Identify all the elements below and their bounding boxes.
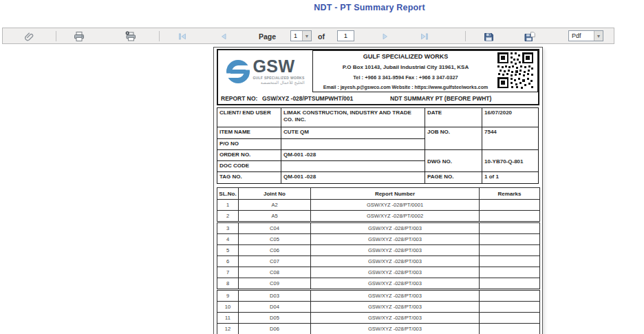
- client-info-table: CLIENT/ END USER LIMAK CONSTRUCTION, IND…: [217, 107, 539, 184]
- export-icon: [484, 32, 494, 42]
- remarks-cell: [480, 278, 540, 290]
- slno-cell: 5: [217, 245, 239, 256]
- logo-tagline-arabic: الخليج للأعمال المتخصصة: [253, 81, 304, 85]
- page-no-label: PAGE NO.: [425, 172, 482, 184]
- job-no-value: 7544: [482, 127, 539, 150]
- joint-no-cell: D04: [239, 302, 311, 313]
- chevron-down-icon: ▼: [594, 31, 603, 41]
- toolbar-separator: [159, 31, 160, 41]
- table-row: 9D03GSW/XYZ -028/PT/003: [217, 290, 540, 302]
- printer-settings-icon: [125, 31, 136, 42]
- report-number-cell: GSW/XYZ -028/PT/003: [311, 278, 480, 290]
- report-number-cell: GSW/XYZ -028/PT/003: [311, 313, 480, 324]
- logo-text-block: GSW GULF SPECIALIZED WORKS الخليج للأعما…: [253, 58, 304, 85]
- report-page: GSW GULF SPECIALIZED WORKS الخليج للأعما…: [213, 47, 543, 334]
- table-row: 5C06GSW/XYZ -028/PT/003: [217, 245, 540, 256]
- item-name-value: CUTE QM: [281, 127, 425, 139]
- col-report-number: Report Number: [311, 188, 480, 200]
- slno-cell: 9: [217, 290, 239, 302]
- report-number-cell: GSW/XYZ -028/PT/003: [311, 234, 480, 245]
- report-number-cell: GSW/XYZ -028/PT/003: [311, 324, 480, 334]
- slno-cell: 4: [217, 234, 239, 245]
- export-button[interactable]: [482, 30, 495, 43]
- print-setup-button[interactable]: [125, 30, 137, 43]
- remarks-cell: [480, 324, 540, 334]
- report-no-label: REPORT NO:: [221, 95, 257, 102]
- slno-cell: 8: [217, 278, 239, 290]
- toolbar: Page 1 ▼ of 1: [2, 28, 614, 44]
- page-select[interactable]: 1 ▼: [290, 30, 312, 41]
- col-remarks: Remarks: [480, 188, 540, 200]
- order-no-value: QM-001 -028: [281, 150, 425, 161]
- remarks-cell: [480, 234, 540, 245]
- slno-cell: 7: [217, 267, 239, 278]
- joints-table: SL.No. Joint No Report Number Remarks 1A…: [217, 187, 540, 334]
- remarks-cell: [480, 290, 540, 302]
- table-row: 2A5GSW/XYZ -028/PT/0002: [217, 211, 540, 222]
- po-no-value: [281, 139, 425, 150]
- table-row: 3C04GSW/XYZ -028/PT/003: [217, 222, 540, 234]
- print-button[interactable]: [73, 30, 85, 43]
- report-number-cell: GSW/XYZ -028/PT/003: [311, 245, 480, 256]
- joint-no-cell: D05: [239, 313, 311, 324]
- qr-code: [497, 52, 535, 92]
- page-count-box: 1: [337, 30, 354, 41]
- summary-title: NDT SUMMARY PT (BEFORE PWHT): [390, 95, 491, 102]
- slno-cell: 6: [217, 256, 239, 267]
- toolbar-separator: [56, 31, 56, 41]
- toggle-group-tree-button[interactable]: [23, 30, 36, 43]
- col-slno: SL.No.: [217, 188, 239, 200]
- last-page-button[interactable]: [418, 30, 431, 43]
- export-page-button[interactable]: [524, 30, 536, 43]
- date-value: 16/07/2020: [482, 108, 539, 127]
- report-number-cell: GSW/XYZ -028/PT/003: [311, 267, 480, 278]
- remarks-cell: [480, 211, 540, 222]
- of-label: of: [318, 32, 325, 41]
- client-value: LIMAK CONSTRUCTION, INDUSTRY AND TRADE C…: [281, 108, 425, 127]
- joints-table-body: 1A2GSW/XYZ -028/PT/00012A5GSW/XYZ -028/P…: [217, 200, 540, 334]
- gsw-logo-mark-icon: [226, 59, 250, 84]
- company-info-box: GULF SPECIALIZED WORKS P.O Box 10143, Ju…: [312, 50, 538, 92]
- report-number-cell: GSW/XYZ -028/PT/003: [311, 302, 480, 313]
- slno-cell: 10: [217, 302, 239, 313]
- next-page-icon: [380, 32, 390, 41]
- company-email-web: Email : jayesh.p@gswco.com Website : htt…: [316, 85, 495, 90]
- table-row: 12D06GSW/XYZ -028/PT/003: [217, 324, 540, 334]
- date-label: DATE: [425, 108, 482, 127]
- logo-text: GSW: [253, 58, 304, 75]
- printer-icon: [74, 31, 85, 42]
- export-current-page-icon: [524, 32, 535, 42]
- report-viewer-screen: NDT - PT Summary Report: [0, 0, 644, 334]
- order-no-label: ORDER NO.: [217, 150, 281, 161]
- report-number-cell: GSW/XYZ -028/PT/003: [311, 222, 480, 234]
- report-number-cell: GSW/XYZ -028/PT/003: [311, 290, 480, 302]
- job-no-label: JOB NO.: [425, 127, 482, 150]
- slno-cell: 3: [217, 222, 239, 234]
- format-select-value: Pdf: [569, 31, 594, 41]
- table-row: 4C05GSW/XYZ -028/PT/003: [217, 234, 540, 245]
- table-row: 10D04GSW/XYZ -028/PT/003: [217, 302, 540, 313]
- company-logo: GSW GULF SPECIALIZED WORKS الخليج للأعما…: [218, 50, 312, 92]
- table-header-row: SL.No. Joint No Report Number Remarks: [217, 188, 540, 200]
- report-header: GSW GULF SPECIALIZED WORKS الخليج للأعما…: [217, 49, 539, 105]
- client-label: CLIENT/ END USER: [217, 108, 281, 127]
- page-no-value: 1 of 1: [482, 172, 539, 184]
- first-page-button[interactable]: [176, 30, 189, 43]
- report-no-value: GSW/XYZ -028/PTSUMPWHT/001: [262, 95, 353, 102]
- remarks-cell: [480, 245, 540, 256]
- previous-page-icon: [219, 32, 228, 41]
- table-row: 11D05GSW/XYZ -028/PT/003: [217, 313, 540, 324]
- dwg-no-value: 10-YB70-Q-801: [482, 150, 539, 172]
- joint-no-cell: C06: [239, 245, 311, 256]
- doc-code-label: DOC CODE: [217, 161, 281, 172]
- item-name-label: ITEM NAME: [217, 127, 281, 139]
- company-address: P.O Box 10143, Jubail Industrial City 31…: [316, 64, 495, 70]
- previous-page-button[interactable]: [217, 30, 230, 43]
- report-number-cell: GSW/XYZ -028/PT/0001: [311, 200, 480, 211]
- table-row: 6C07GSW/XYZ -028/PT/003: [217, 256, 540, 267]
- joint-no-cell: C08: [239, 267, 311, 278]
- format-select[interactable]: Pdf ▼: [568, 30, 603, 41]
- next-page-button[interactable]: [379, 30, 391, 43]
- slno-cell: 2: [217, 211, 239, 222]
- chevron-down-icon: ▼: [302, 31, 311, 41]
